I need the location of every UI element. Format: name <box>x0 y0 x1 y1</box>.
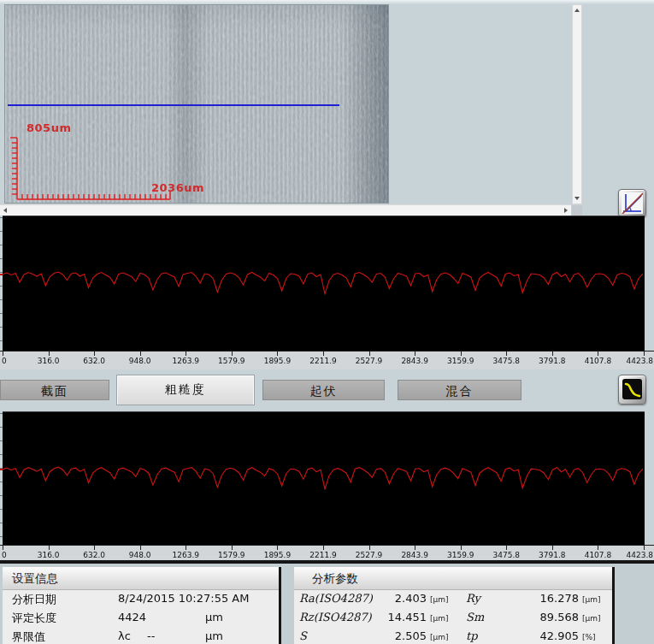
param-value: 16.278 <box>499 592 579 605</box>
x-tick-label: 2527.9 <box>356 357 383 365</box>
x-tick-label: 3475.8 <box>493 551 521 559</box>
tab-mixed[interactable]: 混合 <box>398 380 521 400</box>
param-unit: [µm] <box>430 633 449 641</box>
scroll-right-icon[interactable] <box>564 208 568 213</box>
x-tick-label: 1263.9 <box>173 551 200 559</box>
setting-unit: µm <box>205 611 223 623</box>
x-tick <box>644 546 645 550</box>
x-tick <box>415 352 415 356</box>
x-tick <box>94 546 95 550</box>
setting-value: 8/24/2015 10:27:55 AM <box>118 592 249 605</box>
x-tick-label: 1263.9 <box>173 357 200 365</box>
x-tick-label: 4423.8 <box>627 357 654 365</box>
horizontal-scrollbar[interactable] <box>0 204 571 216</box>
profile-filter-curve-icon <box>622 379 642 399</box>
tab-roughness[interactable]: 粗糙度 <box>117 375 254 405</box>
x-tick <box>506 352 507 356</box>
x-tick-label: 316.0 <box>38 357 60 365</box>
x-tick-label: 1895.9 <box>264 551 292 559</box>
analysis-params-panel: 分析参数 Ra(ISO4287) 2.403 [µm] Ry 16.278 [µ… <box>294 567 615 644</box>
panel-header: 设置信息 <box>3 567 279 590</box>
param-name: S <box>299 629 307 642</box>
settings-row: 界限值 λc -- µm <box>3 629 279 644</box>
x-tick <box>49 546 50 550</box>
x-tick <box>598 352 598 356</box>
param-row: Ra(ISO4287) 2.403 [µm] Ry 16.278 [µm] <box>294 592 612 609</box>
x-tick-label: 2843.9 <box>401 551 428 559</box>
x-tick-label: 4107.8 <box>585 551 612 559</box>
profile-filter-button[interactable] <box>618 375 646 405</box>
param-row: Rz(ISO4287) 14.451 [µm] Sm 89.568 [µm] <box>294 611 612 628</box>
panel-header: 分析参数 <box>294 567 612 590</box>
setting-label: 分析日期 <box>12 592 56 607</box>
param-row: S 2.505 [µm] tp 42.905 [%] <box>294 629 612 644</box>
setting-label: 评定长度 <box>12 611 56 626</box>
x-tick <box>598 546 598 550</box>
section-measure-line <box>8 104 339 106</box>
profile-chart-upper <box>0 216 654 351</box>
x-tick <box>277 546 278 550</box>
setting-extra: -- <box>147 629 155 642</box>
x-tick <box>552 546 553 550</box>
x-tick <box>461 546 462 550</box>
angle-measure-button[interactable] <box>618 189 646 217</box>
x-tick-label: 948.0 <box>129 357 151 365</box>
x-tick-label: 632.0 <box>83 357 105 365</box>
x-tick <box>277 352 278 356</box>
x-tick <box>140 352 141 356</box>
x-tick-label: 3791.8 <box>539 357 566 365</box>
x-tick-label: 3159.9 <box>447 551 474 559</box>
vertical-scrollbar[interactable] <box>572 4 582 204</box>
param-unit: [µm] <box>582 614 601 623</box>
x-tick <box>232 546 233 550</box>
x-tick <box>552 352 553 356</box>
tab-section[interactable]: 截面 <box>0 380 109 400</box>
x-tick <box>232 352 233 356</box>
x-tick-label: 2211.9 <box>309 357 337 365</box>
x-tick <box>415 546 415 550</box>
x-tick <box>140 546 141 550</box>
param-value: 42.905 <box>499 629 579 642</box>
param-unit: [µm] <box>582 595 601 604</box>
setting-unit: µm <box>205 629 223 642</box>
param-value: 89.568 <box>499 611 579 623</box>
x-tick-label: 948.0 <box>129 551 151 559</box>
param-unit: [µm] <box>430 614 449 623</box>
vertical-measure-label: 805um <box>27 121 71 134</box>
scroll-left-icon[interactable] <box>3 208 7 213</box>
x-tick <box>323 546 324 550</box>
scroll-down-icon[interactable] <box>574 197 580 200</box>
x-tick-label: 3791.8 <box>539 551 566 559</box>
x-tick <box>3 352 3 356</box>
section-profile-trace <box>3 216 645 352</box>
settings-info-panel: 设置信息 分析日期 8/24/2015 10:27:55 AM 评定长度 442… <box>3 567 281 644</box>
param-name: tp <box>466 629 478 642</box>
x-tick-label: 3159.9 <box>447 357 474 365</box>
x-tick-label: 1895.9 <box>264 357 292 365</box>
x-tick <box>186 546 186 550</box>
x-tick-label: 4107.8 <box>585 357 612 365</box>
x-axis-lower: 0316.0632.0948.01263.91579.91895.92211.9… <box>0 545 654 562</box>
setting-label: 界限值 <box>12 629 45 644</box>
x-tick-label: 316.0 <box>38 551 60 559</box>
setting-value: 4424 <box>118 611 146 623</box>
scrollbar-corner <box>572 205 582 216</box>
roughness-analyzer-window: 805um 2036um 0316.06 <box>0 0 654 644</box>
param-name: Ry <box>466 592 480 605</box>
x-tick <box>461 352 462 356</box>
x-tick-label: 632.0 <box>83 551 105 559</box>
x-axis-upper: 0316.0632.0948.01263.91579.91895.92211.9… <box>0 351 654 369</box>
profile-chart-lower <box>0 411 654 545</box>
param-value: 14.451 <box>345 611 427 623</box>
param-unit: [µm] <box>430 595 449 604</box>
param-name: Sm <box>466 611 484 623</box>
tab-waviness[interactable]: 起伏 <box>262 380 385 400</box>
param-value: 2.403 <box>345 592 427 605</box>
x-tick-label: 3475.8 <box>493 357 521 365</box>
x-tick <box>3 546 3 550</box>
horizontal-measure-label: 2036um <box>151 181 204 194</box>
param-value: 2.505 <box>345 629 427 642</box>
scroll-up-icon[interactable] <box>574 9 580 12</box>
analysis-panel-title: 分析参数 <box>312 567 358 589</box>
x-tick-label: 4423.8 <box>627 551 654 559</box>
